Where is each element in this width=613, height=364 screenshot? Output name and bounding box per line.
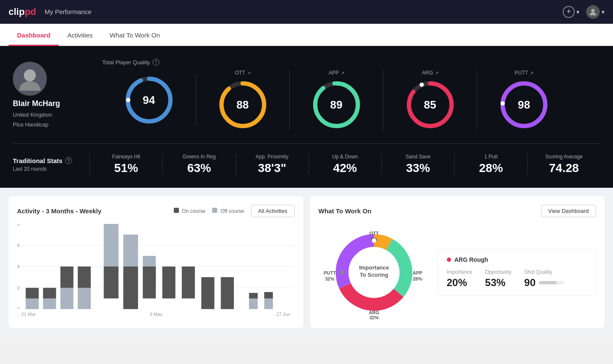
add-button[interactable]: + ▾: [563, 6, 579, 18]
app-proximity-value: 38'3": [258, 161, 286, 175]
on-course-dot: [174, 208, 179, 213]
svg-rect-47: [221, 277, 234, 309]
ott-arrow-icon: ↗: [247, 71, 250, 75]
importance-col: Importance 20%: [447, 269, 472, 289]
ott-value: 88: [236, 98, 249, 112]
tab-activities[interactable]: Activities: [59, 24, 101, 46]
score-fill: [539, 281, 557, 284]
tabs-bar: Dashboard Activities What To Work On: [0, 24, 613, 46]
x-label-2: 9 May: [150, 312, 162, 317]
what-to-work-on-panel: What To Work On View Dashboard: [310, 196, 605, 328]
logo-clip: clip: [9, 6, 25, 17]
scoring-avg-value: 74.28: [549, 161, 579, 175]
all-activities-button[interactable]: All Activities: [251, 205, 295, 217]
putt-gauge: PUTT ↗ 98: [477, 70, 571, 130]
svg-text:6: 6: [17, 243, 20, 248]
svg-rect-28: [43, 298, 56, 309]
fairways-hit-value: 51%: [114, 161, 138, 175]
putt-value: 98: [518, 98, 530, 112]
app-gauge: APP ↗ 89: [290, 70, 383, 130]
putt-arrow-icon: ↗: [530, 71, 533, 75]
app-header: clippd My Performance + ▾ ▾: [0, 0, 613, 24]
trad-stats-title: Traditional Stats ?: [13, 157, 89, 164]
arg-pct-label: 32%: [369, 315, 378, 319]
svg-text:0: 0: [17, 307, 20, 309]
svg-point-59: [372, 302, 376, 307]
sand-save-value: 33%: [406, 161, 430, 175]
arg-gauge: ARG ↗ 85: [383, 70, 477, 130]
logo-pd: pd: [25, 6, 36, 17]
svg-rect-49: [249, 293, 258, 298]
svg-rect-33: [78, 267, 91, 288]
detail-card: ARG Rough Importance 20% Opportunity 53%: [438, 249, 596, 296]
svg-rect-35: [104, 267, 119, 298]
hero-section: Blair McHarg United Kingdom Plus Handica…: [0, 46, 613, 188]
putt-circle: 98: [498, 79, 550, 130]
x-label-1: 21 Mar: [21, 312, 36, 317]
chart-area: 8 6 4 2 0: [17, 224, 295, 309]
total-quality-gauge: 94: [124, 75, 175, 126]
svg-rect-30: [60, 288, 74, 309]
help-icon[interactable]: ?: [153, 59, 159, 66]
svg-point-0: [591, 9, 595, 12]
fairways-hit-col: Fairways Hit 51%: [89, 154, 162, 175]
svg-rect-34: [104, 224, 119, 267]
svg-rect-48: [249, 298, 258, 309]
score-bg: [539, 281, 564, 284]
one-putt-col: 1 Putt 28%: [454, 154, 527, 175]
svg-rect-50: [264, 298, 273, 309]
svg-rect-43: [182, 267, 195, 298]
ott-gauge: OTT ↗ 88: [196, 70, 290, 130]
tab-dashboard[interactable]: Dashboard: [9, 24, 59, 46]
gauges-row: 94 OTT ↗ 88: [102, 70, 571, 130]
chart-title: Activity - 3 Months - Weekly: [17, 207, 101, 215]
opportunity-label: Opportunity: [485, 269, 512, 275]
shot-quality-value: 90: [524, 277, 536, 289]
svg-rect-37: [123, 267, 138, 309]
x-label-3: 27 Jun: [276, 312, 290, 317]
svg-text:2: 2: [17, 285, 20, 290]
tab-what-to-work-on[interactable]: What To Work On: [101, 24, 169, 46]
svg-rect-41: [162, 267, 176, 298]
help-icon[interactable]: ?: [65, 157, 72, 164]
quality-section: Total Player Quality ? 94: [102, 59, 600, 130]
off-course-dot: [212, 208, 217, 213]
bottom-panels: Activity - 3 Months - Weekly On course O…: [0, 188, 613, 336]
avatar: [586, 5, 600, 19]
trad-stats-subtitle: Last 20 rounds: [13, 166, 89, 172]
wtwon-title: What To Work On: [319, 207, 371, 215]
view-dashboard-button[interactable]: View Dashboard: [541, 205, 596, 217]
wtwon-header: What To Work On View Dashboard: [319, 205, 596, 217]
sand-save-label: Sand Save: [406, 154, 431, 160]
svg-rect-27: [26, 288, 39, 298]
up-and-down-col: Up & Down 42%: [308, 154, 381, 175]
svg-point-58: [404, 270, 408, 275]
page-title: My Performance: [45, 8, 563, 15]
trad-stats-label: Traditional Stats ? Last 20 rounds: [13, 157, 89, 172]
detail-metrics: Importance 20% Opportunity 53% Shot Qual…: [447, 269, 587, 289]
ott-segment-label: OTT: [369, 231, 379, 236]
ott-circle: 88: [217, 79, 268, 130]
greens-in-reg-label: Greens In Reg: [182, 154, 216, 160]
center-to-scoring: To Scoring: [360, 272, 388, 278]
svg-text:4: 4: [17, 264, 20, 269]
activity-chart-panel: Activity - 3 Months - Weekly On course O…: [9, 196, 303, 328]
scoring-avg-col: Scoring Average 74.28: [527, 154, 600, 175]
user-menu-button[interactable]: ▾: [586, 5, 604, 19]
sand-save-col: Sand Save 33%: [381, 154, 454, 175]
putt-label: PUTT ↗: [515, 70, 533, 76]
one-putt-label: 1 Putt: [484, 154, 498, 160]
scoring-avg-label: Scoring Average: [545, 154, 583, 160]
arg-arrow-icon: ↗: [435, 71, 438, 75]
shot-quality-bar: 90: [524, 277, 565, 289]
opportunity-col: Opportunity 53%: [485, 269, 512, 289]
app-pct-label: 28%: [412, 276, 422, 281]
arg-label: ARG ↗: [422, 70, 438, 76]
importance-value: 20%: [447, 277, 472, 289]
svg-rect-51: [264, 292, 273, 298]
svg-rect-39: [143, 267, 156, 298]
fairways-hit-label: Fairways Hit: [112, 154, 140, 160]
svg-rect-29: [43, 288, 56, 298]
player-name: Blair McHarg: [13, 99, 60, 108]
app-proximity-col: App. Proximity 38'3": [236, 154, 308, 175]
